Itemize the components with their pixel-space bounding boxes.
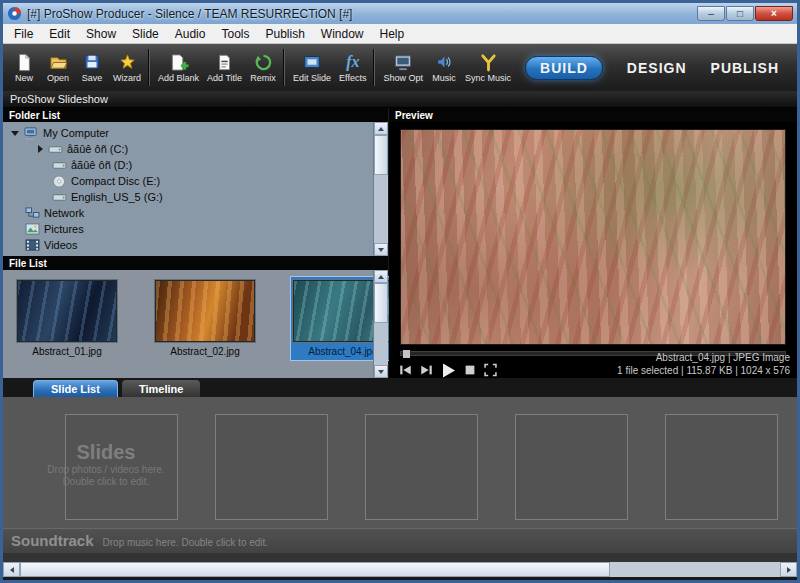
file-item-abstract-01[interactable]: Abstract_01.jpg (15, 277, 119, 360)
soundtrack-bar[interactable]: Soundtrack Drop music here. Double click… (3, 528, 797, 553)
slide-list-area[interactable]: Slides Drop photos / videos here. Double… (3, 397, 797, 528)
folder-item-videos[interactable]: Videos (6, 237, 373, 253)
music-speaker-icon (435, 52, 454, 72)
toolbar-separator (284, 49, 285, 86)
slide-placeholder[interactable] (665, 414, 778, 520)
wizard-button[interactable]: Wizard (109, 50, 145, 85)
music-button[interactable]: Music (427, 50, 461, 85)
file-thumbnail[interactable] (17, 280, 117, 342)
effects-button-label: Effects (339, 73, 366, 83)
slide-placeholder[interactable] (515, 414, 628, 520)
expand-caret-icon[interactable] (38, 145, 43, 153)
remix-arrows-icon (254, 52, 273, 72)
folder-list-title: Folder List (9, 110, 60, 121)
build-button[interactable]: BUILD (525, 56, 603, 80)
folder-list-header: Folder List (3, 108, 388, 122)
music-button-label: Music (432, 73, 456, 83)
file-info: Abstract_04.jpg | JPEG Image 1 file sele… (617, 351, 790, 377)
fx-glyph: fx (346, 53, 359, 71)
menu-slide[interactable]: Slide (124, 25, 167, 43)
new-document-icon (15, 52, 33, 72)
folder-item-drive-d[interactable]: åãûê ôñ (D:) (6, 157, 373, 173)
save-button[interactable]: Save (75, 50, 109, 85)
menu-edit[interactable]: Edit (41, 25, 78, 43)
file-list-scrollbar[interactable] (373, 270, 388, 378)
maximize-icon: □ (737, 9, 743, 19)
file-list-title: File List (9, 258, 47, 269)
add-blank-slide-icon (169, 52, 189, 72)
folder-item-drive-c[interactable]: åãûê ôñ (C:) (6, 141, 373, 157)
publish-button[interactable]: PUBLISH (711, 60, 779, 76)
add-title-button[interactable]: Add Title (203, 50, 246, 85)
maximize-button[interactable]: □ (726, 6, 754, 21)
folder-item-network[interactable]: Network (6, 205, 373, 221)
effects-button[interactable]: fx Effects (335, 50, 370, 85)
wizard-star-icon (118, 52, 137, 72)
remix-button[interactable]: Remix (246, 50, 280, 85)
playback-controls (398, 361, 498, 379)
menu-audio[interactable]: Audio (167, 25, 214, 43)
menu-bar: File Edit Show Slide Audio Tools Publish… (3, 24, 797, 44)
soundtrack-title: Soundtrack (11, 532, 94, 549)
menu-publish[interactable]: Publish (257, 25, 312, 43)
add-blank-button[interactable]: Add Blank (154, 50, 203, 85)
edit-slide-button[interactable]: Edit Slide (289, 50, 335, 85)
slide-placeholder[interactable] (65, 414, 178, 520)
file-item-abstract-02[interactable]: Abstract_02.jpg (153, 277, 257, 360)
scrollbar-thumb[interactable] (374, 135, 388, 175)
edit-slide-icon (302, 52, 322, 72)
close-button[interactable]: × (755, 6, 793, 21)
preview-panel: Abstract_04.jpg | JPEG Image 1 file sele… (389, 122, 797, 378)
new-button[interactable]: New (7, 50, 41, 85)
sync-music-button-label: Sync Music (465, 73, 511, 83)
folder-list-scrollbar[interactable] (373, 122, 388, 256)
play-button[interactable] (440, 362, 457, 379)
hard-drive-icon (51, 191, 67, 204)
slide-placeholder[interactable] (365, 414, 478, 520)
slide-placeholder[interactable] (215, 414, 328, 520)
edit-slide-button-label: Edit Slide (293, 73, 331, 83)
title-bar[interactable]: [#] ProShow Producer - Silence / TEAM RE… (3, 3, 797, 24)
tab-timeline[interactable]: Timeline (122, 380, 200, 397)
folder-item-drive-e[interactable]: Compact Disc (E:) (6, 173, 373, 189)
menu-tools[interactable]: Tools (213, 25, 257, 43)
stop-button[interactable] (463, 363, 477, 377)
toolbar-separator (149, 49, 150, 86)
menu-window[interactable]: Window (313, 25, 372, 43)
minimize-button[interactable]: – (697, 6, 725, 21)
folder-item-drive-g[interactable]: English_US_5 (G:) (6, 189, 373, 205)
show-options-button[interactable]: Show Opt (379, 50, 427, 85)
open-button[interactable]: Open (41, 50, 75, 85)
file-thumbnail[interactable] (155, 280, 255, 342)
scroll-down-button[interactable] (374, 243, 388, 256)
pictures-folder-icon (24, 223, 40, 236)
scroll-up-button[interactable] (374, 270, 388, 283)
scroll-right-button[interactable] (780, 562, 797, 577)
remix-button-label: Remix (250, 73, 276, 83)
scrollbar-thumb[interactable] (374, 283, 388, 323)
expand-caret-icon[interactable] (11, 131, 19, 136)
menu-show[interactable]: Show (78, 25, 124, 43)
scrollbar-thumb[interactable] (20, 562, 610, 577)
design-button[interactable]: DESIGN (627, 60, 687, 76)
next-button[interactable] (419, 363, 434, 377)
app-logo-icon (7, 6, 22, 21)
new-button-label: New (15, 73, 33, 83)
minimize-icon: – (708, 9, 714, 19)
folder-item-label: åãûê ôñ (D:) (71, 159, 132, 171)
horizontal-scrollbar[interactable] (3, 562, 797, 577)
fullscreen-button[interactable] (483, 363, 498, 377)
menu-file[interactable]: File (6, 25, 41, 43)
folder-item-my-computer[interactable]: My Computer (6, 125, 373, 141)
sync-music-button[interactable]: Sync Music (461, 50, 515, 85)
folder-item-pictures[interactable]: Pictures (6, 221, 373, 237)
show-options-icon (393, 52, 413, 72)
scroll-down-button[interactable] (374, 365, 388, 378)
scrub-position-marker[interactable] (403, 350, 410, 358)
scroll-up-button[interactable] (374, 122, 388, 135)
menu-help[interactable]: Help (372, 25, 413, 43)
previous-button[interactable] (398, 363, 413, 377)
scroll-left-button[interactable] (3, 562, 20, 577)
add-blank-button-label: Add Blank (158, 73, 199, 83)
tab-slide-list[interactable]: Slide List (33, 380, 118, 397)
